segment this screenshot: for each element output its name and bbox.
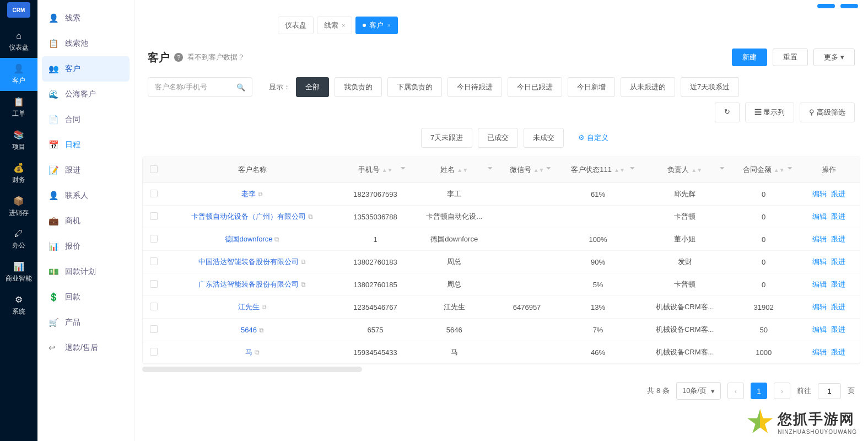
sidebar-opportunities[interactable]: 💼商机 bbox=[37, 208, 134, 234]
copy-icon[interactable]: ⧉ bbox=[255, 348, 260, 356]
search-input[interactable]: 客户名称/手机号 🔍 bbox=[148, 77, 252, 97]
chip-today-done[interactable]: 今日已跟进 bbox=[508, 77, 562, 97]
follow-link[interactable]: 跟进 bbox=[831, 303, 845, 311]
follow-link[interactable]: 跟进 bbox=[831, 325, 845, 334]
row-checkbox[interactable] bbox=[150, 303, 158, 310]
col-contact[interactable]: 姓名▲▼⏷ bbox=[411, 157, 498, 183]
filter-icon[interactable]: ⏷ bbox=[546, 165, 552, 171]
prev-page-button[interactable]: ‹ bbox=[727, 383, 744, 399]
custom-filter-button[interactable]: ⚙ 自定义 bbox=[569, 128, 617, 147]
rail-system[interactable]: ⚙系统 bbox=[0, 289, 37, 322]
tab-customers[interactable]: 客户× bbox=[355, 17, 397, 34]
sidebar-payment-plan[interactable]: 💵回款计划 bbox=[37, 259, 134, 284]
follow-link[interactable]: 跟进 bbox=[831, 257, 845, 266]
row-checkbox[interactable] bbox=[150, 190, 158, 197]
topbar-btn-2[interactable] bbox=[840, 4, 858, 8]
follow-link[interactable]: 跟进 bbox=[831, 348, 845, 356]
rail-finance[interactable]: 💰财务 bbox=[0, 157, 37, 190]
chip-never[interactable]: 从未跟进的 bbox=[621, 77, 675, 97]
sidebar-payment[interactable]: 💲回款 bbox=[37, 284, 134, 310]
reset-button[interactable]: 重置 bbox=[773, 49, 808, 66]
hint-text[interactable]: 看不到客户数据？ bbox=[187, 52, 245, 62]
close-icon[interactable]: × bbox=[387, 22, 390, 29]
edit-link[interactable]: 编辑 bbox=[812, 348, 827, 356]
sidebar-quotes[interactable]: 📊报价 bbox=[37, 234, 134, 259]
edit-link[interactable]: 编辑 bbox=[812, 280, 827, 288]
chip-7days[interactable]: 近7天联系过 bbox=[681, 77, 739, 97]
sidebar-customers[interactable]: 👥客户 bbox=[42, 56, 130, 82]
row-checkbox[interactable] bbox=[150, 325, 158, 333]
col-wechat[interactable]: 微信号▲▼⏷ bbox=[498, 157, 556, 183]
refresh-button[interactable]: ↻ bbox=[715, 103, 740, 122]
cell-name[interactable]: 马⧉ bbox=[165, 341, 340, 364]
chip-today-pending[interactable]: 今日待跟进 bbox=[448, 77, 502, 97]
sidebar-contracts[interactable]: 📄合同 bbox=[37, 107, 134, 132]
sidebar-followup[interactable]: 📝跟进 bbox=[37, 158, 134, 183]
col-owner[interactable]: 负责人▲▼⏷ bbox=[640, 157, 730, 183]
filter-icon[interactable]: ⏷ bbox=[400, 165, 406, 171]
page-size-select[interactable]: 10条/页▾ bbox=[676, 382, 721, 400]
chip-today-new[interactable]: 今日新增 bbox=[568, 77, 615, 97]
cell-name[interactable]: 广东浩达智能装备股份有限公司⧉ bbox=[165, 273, 340, 296]
chip-all[interactable]: 全部 bbox=[296, 77, 329, 97]
page-number[interactable]: 1 bbox=[751, 383, 767, 399]
goto-page-input[interactable] bbox=[818, 383, 841, 399]
chip-deal[interactable]: 已成交 bbox=[478, 128, 518, 148]
row-checkbox[interactable] bbox=[150, 212, 158, 220]
col-amount[interactable]: 合同金额▲▼⏷ bbox=[730, 157, 797, 183]
row-checkbox[interactable] bbox=[150, 257, 158, 265]
help-icon[interactable]: ? bbox=[174, 53, 183, 62]
copy-icon[interactable]: ⧉ bbox=[259, 326, 264, 334]
sidebar-lead-pool[interactable]: 📋线索池 bbox=[37, 31, 134, 56]
tab-leads[interactable]: 线索× bbox=[317, 17, 352, 34]
edit-link[interactable]: 编辑 bbox=[812, 212, 827, 220]
follow-link[interactable]: 跟进 bbox=[831, 280, 845, 288]
advanced-filter-button[interactable]: ⚲ 高级筛选 bbox=[800, 103, 855, 122]
row-checkbox[interactable] bbox=[150, 235, 158, 243]
sidebar-contacts[interactable]: 👤联系人 bbox=[37, 183, 134, 208]
columns-button[interactable]: ☰ 显示列 bbox=[745, 103, 795, 122]
edit-link[interactable]: 编辑 bbox=[812, 235, 827, 243]
filter-icon[interactable]: ⏷ bbox=[487, 165, 493, 171]
next-page-button[interactable]: › bbox=[774, 383, 790, 399]
cell-name[interactable]: 老李⧉ bbox=[165, 183, 340, 206]
new-button[interactable]: 新建 bbox=[732, 49, 767, 66]
row-checkbox[interactable] bbox=[150, 348, 158, 356]
copy-icon[interactable]: ⧉ bbox=[274, 235, 279, 243]
close-icon[interactable]: × bbox=[342, 22, 345, 29]
rail-dashboard[interactable]: ⌂仪表盘 bbox=[0, 25, 37, 58]
edit-link[interactable]: 编辑 bbox=[812, 325, 827, 334]
col-phone[interactable]: 手机号▲▼⏷ bbox=[340, 157, 411, 183]
cell-name[interactable]: 江先生⧉ bbox=[165, 296, 340, 319]
rail-bi[interactable]: 📊商业智能 bbox=[0, 256, 37, 289]
follow-link[interactable]: 跟进 bbox=[831, 212, 845, 220]
sidebar-refund[interactable]: ↩退款/售后 bbox=[37, 335, 134, 361]
more-button[interactable]: 更多 ▾ bbox=[813, 49, 855, 66]
filter-icon[interactable]: ⏷ bbox=[629, 165, 635, 171]
sidebar-products[interactable]: 🛒产品 bbox=[37, 310, 134, 335]
horizontal-scrollbar[interactable] bbox=[142, 367, 362, 372]
rail-projects[interactable]: 📚项目 bbox=[0, 124, 37, 157]
rail-customer[interactable]: 👤客户 bbox=[0, 58, 37, 91]
cell-name[interactable]: 5646⧉ bbox=[165, 319, 340, 341]
copy-icon[interactable]: ⧉ bbox=[258, 190, 263, 198]
copy-icon[interactable]: ⧉ bbox=[301, 281, 306, 288]
follow-link[interactable]: 跟进 bbox=[831, 235, 845, 243]
tab-dashboard[interactable]: 仪表盘 bbox=[278, 17, 314, 34]
chip-7d-no[interactable]: 7天未跟进 bbox=[421, 128, 472, 148]
rail-office[interactable]: 🖊办公 bbox=[0, 223, 37, 256]
checkbox-all[interactable] bbox=[150, 165, 158, 173]
cell-name[interactable]: 中国浩达智能装备股份有限公司⧉ bbox=[165, 251, 340, 273]
sidebar-leads[interactable]: 👤线索 bbox=[37, 6, 134, 31]
copy-icon[interactable]: ⧉ bbox=[308, 213, 313, 220]
chip-sub[interactable]: 下属负责的 bbox=[387, 77, 442, 97]
cell-name[interactable]: 德国downforce⧉ bbox=[165, 228, 340, 251]
edit-link[interactable]: 编辑 bbox=[812, 190, 827, 198]
sidebar-public-customers[interactable]: 🌊公海客户 bbox=[37, 82, 134, 107]
row-checkbox[interactable] bbox=[150, 280, 158, 288]
chip-nodeal[interactable]: 未成交 bbox=[524, 128, 564, 148]
follow-link[interactable]: 跟进 bbox=[831, 190, 845, 198]
copy-icon[interactable]: ⧉ bbox=[262, 303, 267, 311]
sidebar-schedule[interactable]: 📅日程 bbox=[37, 132, 134, 158]
rail-inventory[interactable]: 📦进销存 bbox=[0, 190, 37, 223]
